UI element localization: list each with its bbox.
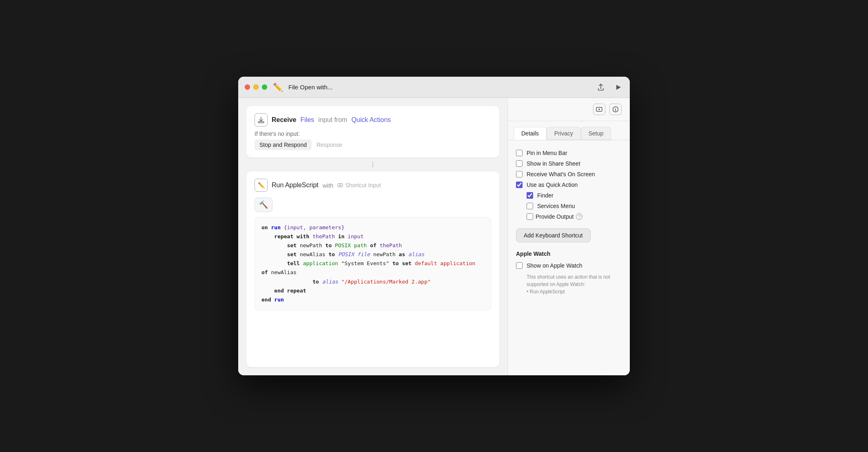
services-menu-row: Services Menu <box>527 201 622 211</box>
divider-handle[interactable] <box>372 161 373 168</box>
right-panel: Details Privacy Setup Pin in Menu Bar Sh… <box>507 98 630 375</box>
main-panel: Receive Files input from Quick Actions I… <box>238 98 507 375</box>
use-quick-action-label: Use as Quick Action <box>527 182 578 188</box>
no-input-label: If there's no input: <box>255 131 300 137</box>
tab-setup[interactable]: Setup <box>581 127 611 140</box>
stop-respond-button[interactable]: Stop and Respond <box>255 140 312 150</box>
show-apple-watch-label: Show on Apple Watch <box>527 262 582 269</box>
window-body: Receive Files input from Quick Actions I… <box>238 98 630 375</box>
receive-quick-actions[interactable]: Quick Actions <box>351 116 391 124</box>
main-window: ✏️ File Open with... <box>238 77 630 375</box>
script-header: ✏️ Run AppleScript with Shortcut Input <box>255 179 491 192</box>
add-to-dock-button[interactable] <box>593 104 605 115</box>
info-button[interactable] <box>609 104 622 115</box>
add-keyboard-shortcut-button[interactable]: Add Keyboard Shortcut <box>516 228 591 242</box>
close-button[interactable] <box>245 84 250 90</box>
code-line-3: set newPath to POSIX path of thePath <box>261 241 484 250</box>
services-menu-checkbox[interactable] <box>527 203 533 209</box>
tab-details[interactable]: Details <box>514 127 547 140</box>
maximize-button[interactable] <box>262 84 267 90</box>
receive-on-screen-checkbox[interactable] <box>516 171 523 177</box>
code-line-4: set newAlias to POSIX file newPath as al… <box>261 250 484 259</box>
share-button[interactable] <box>596 82 606 93</box>
tab-details-content: Pin in Menu Bar Show in Share Sheet Rece… <box>508 140 630 375</box>
receive-icon <box>255 113 268 126</box>
services-menu-label: Services Menu <box>537 203 575 209</box>
with-label: with <box>323 182 334 189</box>
no-input-options: Stop and Respond Response <box>255 140 491 150</box>
show-share-sheet-row: Show in Share Sheet <box>516 158 622 169</box>
response-label: Response <box>317 142 342 148</box>
script-title: Run AppleScript <box>272 182 319 189</box>
window-title: File Open with... <box>288 84 591 91</box>
panel-divider <box>246 163 499 166</box>
provide-output-label: Provide Output <box>536 213 574 220</box>
receive-card: Receive Files input from Quick Actions I… <box>246 106 499 157</box>
shortcut-input-label: Shortcut Input <box>345 182 381 188</box>
receive-from: input from <box>318 116 347 124</box>
right-header <box>508 98 630 121</box>
receive-files[interactable]: Files <box>301 116 314 124</box>
apple-watch-title: Apple Watch <box>516 250 622 257</box>
script-card: ✏️ Run AppleScript with Shortcut Input 🔨 <box>246 171 499 367</box>
finder-row: Finder <box>527 190 622 201</box>
script-icon: ✏️ <box>255 179 268 192</box>
right-header-icons <box>593 104 622 115</box>
code-block: on run {input, parameters} repeat with t… <box>255 217 491 310</box>
pin-menu-bar-label: Pin in Menu Bar <box>527 150 567 156</box>
show-apple-watch-row: Show on Apple Watch <box>516 260 622 271</box>
svg-rect-0 <box>258 122 264 123</box>
code-line-7: end repeat <box>261 286 484 295</box>
receive-on-screen-label: Receive What's On Screen <box>527 171 595 177</box>
tab-privacy[interactable]: Privacy <box>547 127 581 140</box>
shortcut-input-button[interactable]: Shortcut Input <box>337 182 381 188</box>
provide-output-row: Provide Output ? <box>527 211 622 222</box>
show-share-sheet-checkbox[interactable] <box>516 160 523 167</box>
finder-checkbox[interactable] <box>527 192 533 199</box>
hammer-icon: 🔨 <box>259 200 268 209</box>
run-button[interactable] <box>613 82 623 93</box>
receive-row: Receive Files input from Quick Actions <box>255 113 491 126</box>
code-line-8: end run <box>261 295 484 304</box>
compile-button[interactable]: 🔨 <box>255 197 272 212</box>
pin-menu-bar-checkbox[interactable] <box>516 150 523 156</box>
use-quick-action-checkbox[interactable] <box>516 182 523 188</box>
quick-action-sub-options: Finder Services Menu Provide Output ? <box>516 190 622 222</box>
code-line-2: repeat with thePath in input <box>261 232 484 241</box>
code-line-5: tell application "System Events" to set … <box>261 259 484 277</box>
finder-label: Finder <box>537 192 554 199</box>
pin-menu-bar-row: Pin in Menu Bar <box>516 148 622 158</box>
show-apple-watch-checkbox[interactable] <box>516 262 523 269</box>
use-quick-action-row: Use as Quick Action <box>516 179 622 190</box>
receive-label: Receive <box>272 116 297 124</box>
titlebar: ✏️ File Open with... <box>238 77 630 98</box>
minimize-button[interactable] <box>253 84 259 90</box>
provide-output-checkbox[interactable] <box>527 213 533 220</box>
receive-on-screen-row: Receive What's On Screen <box>516 169 622 179</box>
no-input-row: If there's no input: <box>255 131 491 137</box>
show-share-sheet-label: Show in Share Sheet <box>527 160 580 167</box>
app-icon: ✏️ <box>272 82 283 93</box>
tab-bar: Details Privacy Setup <box>508 121 630 140</box>
watch-note: This shortcut uses an action that is not… <box>527 273 622 295</box>
titlebar-actions <box>596 82 623 93</box>
traffic-lights <box>245 84 267 90</box>
apple-watch-section: Apple Watch Show on Apple Watch This sho… <box>516 250 622 295</box>
code-line-1: on run {input, parameters} <box>261 223 484 232</box>
provide-output-help-icon[interactable]: ? <box>576 213 582 220</box>
code-line-6: to alias "/Applications/Marked 2.app" <box>261 277 484 286</box>
